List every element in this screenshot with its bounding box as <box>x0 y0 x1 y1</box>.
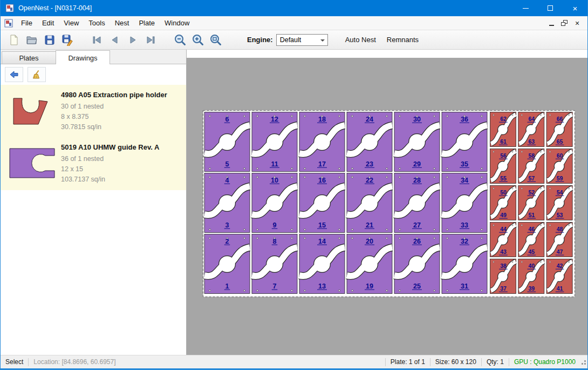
nest-pair-purple-24-23[interactable]: 2423 <box>347 112 392 172</box>
new-button[interactable] <box>6 32 22 48</box>
go-first-icon <box>91 34 103 46</box>
part-number: 55 <box>500 175 507 181</box>
nest-pair-red-60-59[interactable]: 6059 <box>546 149 572 184</box>
plate-indicator: Plate: 1 of 1 <box>391 358 425 366</box>
nest-plate[interactable]: 6512111817242330293635431091615222128273… <box>203 110 575 297</box>
nest-pair-red-58-57[interactable]: 5857 <box>518 149 544 184</box>
part-number: 39 <box>528 285 535 292</box>
clear-drawings-button[interactable] <box>28 67 46 82</box>
document-window-icon[interactable] <box>4 19 13 28</box>
part-number: 48 <box>557 226 563 232</box>
nest-pair-purple-10-9[interactable]: 109 <box>252 173 297 233</box>
nest-canvas[interactable]: 6512111817242330293635431091615222128273… <box>187 50 587 355</box>
part-number: 36 <box>461 116 468 123</box>
resize-grip[interactable] <box>580 358 587 366</box>
nest-pair-red-54-53[interactable]: 5453 <box>546 186 572 220</box>
save-as-button[interactable] <box>59 32 76 48</box>
mdi-restore-button[interactable] <box>558 18 570 29</box>
divider <box>509 358 509 366</box>
nest-pair-purple-36-35[interactable]: 3635 <box>442 112 487 172</box>
nest-pair-red-64-63[interactable]: 6463 <box>518 112 544 147</box>
menu-plate[interactable]: Plate <box>134 17 160 29</box>
auto-nest-button[interactable]: Auto Nest <box>340 32 381 47</box>
drawing-thumbnail <box>4 90 61 132</box>
nest-pair-purple-28-27[interactable]: 2827 <box>394 173 440 233</box>
nest-pair-purple-14-13[interactable]: 1413 <box>299 234 345 294</box>
nest-pair-purple-34-33[interactable]: 3433 <box>442 173 487 233</box>
nest-pair-purple-20-19[interactable]: 2019 <box>347 234 392 294</box>
menu-view[interactable]: View <box>59 17 84 29</box>
part-number: 19 <box>366 282 373 290</box>
nest-pair-red-38-37[interactable]: 3837 <box>490 259 516 294</box>
nest-pair-red-66-65[interactable]: 6665 <box>546 112 572 147</box>
part-number: 65 <box>557 138 563 145</box>
nest-pair-red-40-39[interactable]: 4039 <box>518 259 544 294</box>
nest-pair-red-62-61[interactable]: 6261 <box>490 112 516 147</box>
nest-pair-red-42-41[interactable]: 4241 <box>546 259 572 294</box>
close-button[interactable]: × <box>563 0 587 16</box>
part-number: 16 <box>318 177 326 184</box>
nest-pair-purple-2-1[interactable]: 21 <box>204 234 250 294</box>
zoom-fit-icon <box>209 33 222 46</box>
nest-pair-purple-16-15[interactable]: 1615 <box>299 173 345 233</box>
nest-pair-purple-8-7[interactable]: 87 <box>252 234 297 294</box>
nest-pair-purple-4-3[interactable]: 43 <box>204 173 250 233</box>
nest-pair-purple-26-25[interactable]: 2625 <box>394 234 440 294</box>
go-next-button[interactable] <box>125 32 141 48</box>
drawing-item-4980[interactable]: 4980 A05 Extraction pipe holder 30 of 1 … <box>1 85 186 137</box>
drawing-item-5019[interactable]: 5019 A10 UHMW guide Rev. A 36 of 1 neste… <box>1 137 186 190</box>
nest-pair-purple-30-29[interactable]: 3029 <box>394 112 440 172</box>
part-number: 12 <box>271 116 278 123</box>
go-last-button[interactable] <box>142 32 159 48</box>
menu-edit[interactable]: Edit <box>37 17 59 29</box>
maximize-icon <box>548 5 553 11</box>
app-window: OpenNest - [N0317-004] × FileEditViewToo… <box>0 0 588 370</box>
open-folder-icon <box>26 34 38 46</box>
part-number: 52 <box>528 189 535 196</box>
go-previous-button[interactable] <box>107 32 123 48</box>
nest-pair-red-50-49[interactable]: 5049 <box>490 186 516 220</box>
sidebar-tabs: Plates Drawings <box>1 50 186 64</box>
engine-select[interactable]: Default <box>276 34 328 46</box>
part-number: 43 <box>500 248 507 255</box>
nest-pair-red-48-47[interactable]: 4847 <box>546 223 572 257</box>
new-document-icon <box>8 34 20 46</box>
part-number: 66 <box>557 116 563 122</box>
maximize-button[interactable] <box>538 0 563 16</box>
size-indicator: Size: 60 x 120 <box>435 358 476 366</box>
menu-tools[interactable]: Tools <box>84 17 110 29</box>
engine-label: Engine: <box>247 36 273 44</box>
replace-drawing-button[interactable] <box>5 67 23 82</box>
save-button[interactable] <box>42 32 58 48</box>
menu-nest[interactable]: Nest <box>110 17 134 29</box>
drawings-toolbar <box>1 64 186 85</box>
nest-pair-purple-6-5[interactable]: 65 <box>204 112 250 172</box>
nest-pair-red-56-55[interactable]: 5655 <box>490 149 516 184</box>
mdi-close-button[interactable]: × <box>571 18 583 29</box>
menu-file[interactable]: File <box>16 17 37 29</box>
nest-pair-purple-22-21[interactable]: 2221 <box>347 173 392 233</box>
nest-pair-red-44-43[interactable]: 4443 <box>490 223 516 257</box>
zoom-out-button[interactable] <box>172 32 188 48</box>
nest-pair-purple-32-31[interactable]: 3231 <box>442 234 487 294</box>
open-button[interactable] <box>24 32 40 48</box>
remnants-button[interactable]: Remnants <box>381 32 424 47</box>
zoom-fit-button[interactable] <box>208 32 224 48</box>
go-next-icon <box>127 34 139 46</box>
menu-window[interactable]: Window <box>160 17 194 29</box>
nest-pair-red-46-45[interactable]: 4645 <box>518 223 544 257</box>
zoom-in-button[interactable] <box>190 32 206 48</box>
engine-value: Default <box>280 36 302 44</box>
minimize-button[interactable] <box>513 0 538 16</box>
drawing-nested: 30 of 1 nested <box>61 102 183 112</box>
mdi-minimize-icon <box>549 25 554 26</box>
mdi-minimize-button[interactable] <box>545 18 557 29</box>
nest-pair-purple-12-11[interactable]: 1211 <box>252 112 297 172</box>
part-number: 64 <box>528 116 535 122</box>
nest-pair-red-52-51[interactable]: 5251 <box>518 186 544 220</box>
tab-drawings[interactable]: Drawings <box>56 50 110 64</box>
go-first-button[interactable] <box>89 32 105 48</box>
part-number: 26 <box>413 238 421 245</box>
tab-plates[interactable]: Plates <box>2 51 56 64</box>
nest-pair-purple-18-17[interactable]: 1817 <box>299 112 345 172</box>
